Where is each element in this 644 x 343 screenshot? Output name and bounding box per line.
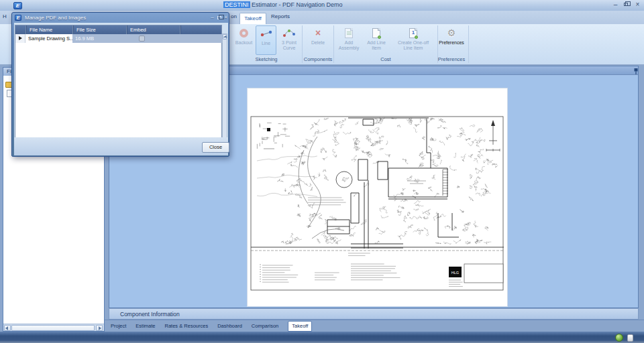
row-arrow-icon [19, 36, 22, 40]
north-arrow [486, 120, 500, 151]
tab-clipped-fragment[interactable]: on [231, 13, 237, 19]
application-window: E DESTINI Estimator - PDF Navigation Dem… [0, 0, 644, 343]
table-vscrollbar[interactable] [222, 33, 227, 146]
restore-icon[interactable] [622, 1, 631, 9]
group-label-preferences: Preferences [436, 56, 467, 63]
hlg-logo-text: HLG [451, 271, 459, 275]
dialog-minimize-icon[interactable]: – [209, 14, 215, 21]
close-icon[interactable]: × [633, 1, 642, 9]
title-bar: E DESTINI Estimator - PDF Navigation Dem… [0, 0, 644, 11]
files-panel-hscrollbar[interactable] [3, 324, 104, 331]
column-embed[interactable]: Embed [130, 25, 146, 34]
app-logo-icon[interactable]: E [13, 2, 22, 9]
scrollbar-thumb[interactable] [11, 325, 95, 331]
pdf-table: File Name File Size Embed Sample Drawing… [15, 25, 222, 139]
create-oneoff-icon: 1 [409, 28, 417, 38]
dialog-restore-icon[interactable] [216, 14, 222, 21]
dialog-app-icon: E [15, 15, 21, 21]
dialog-close-button[interactable]: Close [202, 142, 229, 153]
pdf-page[interactable]: HLG [248, 88, 507, 306]
delete-x-icon: × [315, 28, 321, 38]
gear-icon: ⚙ [447, 28, 456, 38]
group-label-cost: Cost [334, 56, 437, 63]
tab-rates-resources[interactable]: Rates & Resources [165, 323, 209, 329]
status-green-indicator-icon [615, 334, 623, 342]
manage-pdf-dialog: E Manage PDF and Images – × File Name Fi… [11, 12, 229, 157]
three-point-curve-button[interactable]: 3 Point Curve [277, 25, 301, 55]
add-assembly-icon [345, 28, 353, 38]
backout-button[interactable]: Backout [233, 25, 255, 55]
line-button[interactable]: Line [256, 25, 276, 55]
status-document-icon [627, 334, 633, 342]
create-oneoff-line-item-button[interactable]: 1 Create One-off Line Item [390, 25, 436, 55]
line-icon [260, 29, 272, 38]
cell-file-size: 16.9 MB [75, 34, 94, 43]
scroll-left-button[interactable] [4, 325, 11, 331]
add-line-item-icon [372, 28, 380, 38]
tab-project[interactable]: Project [111, 323, 126, 329]
tab-takeoff-bottom[interactable]: Takeoff [288, 321, 312, 332]
view-tab-strip: Project Estimate Rates & Resources Dashb… [105, 320, 644, 332]
add-line-item-button[interactable]: Add Line Item [363, 25, 390, 55]
tab-home-fragment[interactable]: H [3, 13, 7, 19]
dialog-title-bar[interactable]: E Manage PDF and Images – × [12, 13, 229, 23]
curve-icon [282, 29, 296, 38]
dialog-close-icon[interactable]: × [223, 14, 229, 21]
delete-button[interactable]: × Delete [304, 25, 332, 55]
tab-estimate[interactable]: Estimate [136, 323, 155, 329]
tab-takeoff[interactable]: Takeoff [239, 13, 266, 24]
title-highlight: DESTINI [223, 1, 250, 8]
column-file-name[interactable]: File Name [30, 25, 52, 34]
minimize-icon[interactable]: – [611, 1, 620, 9]
dialog-footer: Close [14, 137, 228, 155]
cell-file-name[interactable]: Sample Drawing S... [25, 34, 72, 43]
table-header: File Name File Size Embed [15, 25, 221, 34]
restore-glyph [624, 3, 628, 6]
row-indicator [15, 34, 25, 43]
tab-dashboard[interactable]: Dashboard [217, 323, 242, 329]
ribbon-divider [468, 25, 469, 63]
preferences-button[interactable]: ⚙ Preferences [436, 25, 467, 55]
status-bar [0, 332, 644, 343]
window-title: DESTINI Estimator - PDF Navigation Demo [223, 1, 343, 8]
dialog-title: Manage PDF and Images [25, 13, 86, 23]
add-assembly-button[interactable]: Add Assembly [335, 25, 362, 55]
row-selection[interactable]: 16.9 MB [72, 34, 223, 43]
group-label-components: Components [303, 56, 333, 63]
site-plan-drawing: HLG [248, 88, 507, 306]
component-information-header[interactable]: Component Information [109, 308, 639, 320]
tab-comparison[interactable]: Comparison [252, 323, 278, 329]
table-row[interactable]: Sample Drawing S... 16.9 MB [15, 34, 221, 43]
title-block [464, 264, 503, 283]
embed-checkbox-icon[interactable] [139, 36, 145, 42]
dialog-body: File Name File Size Embed Sample Drawing… [14, 23, 228, 155]
column-file-size[interactable]: File Size [76, 25, 96, 34]
title-rest: Estimator - PDF Navigation Demo [252, 1, 343, 8]
backout-icon [239, 29, 248, 38]
tab-reports[interactable]: Reports [271, 13, 290, 19]
group-label-sketching: Sketching [231, 56, 301, 63]
pin-icon[interactable] [633, 68, 639, 75]
scroll-right-button[interactable] [96, 325, 103, 331]
